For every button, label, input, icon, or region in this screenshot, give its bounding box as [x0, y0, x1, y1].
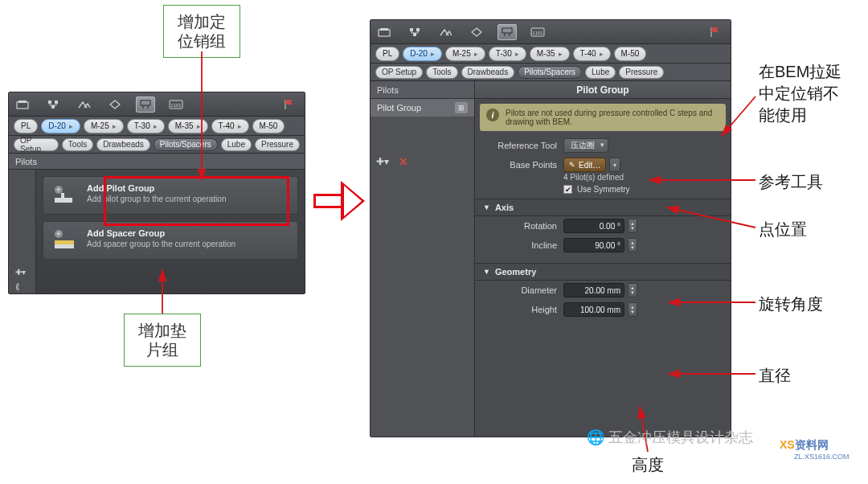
watermark-2: XS资料网: [780, 438, 829, 453]
r-subtab-drawbeads[interactable]: Drawbeads: [461, 66, 515, 79]
pilots-section-header: Pilots: [9, 154, 305, 170]
tab-m25[interactable]: M-25▸: [84, 119, 124, 133]
r-tab-t40[interactable]: T-40▸: [573, 47, 611, 61]
toolbar-icon-1[interactable]: [14, 96, 33, 113]
spacer-group-icon: +: [51, 228, 79, 252]
incline-input[interactable]: 90.00 °: [563, 238, 624, 252]
nav-add-icon[interactable]: ✚▾: [375, 155, 390, 168]
axis-group-header[interactable]: ▼Axis: [475, 199, 731, 216]
use-symmetry-checkbox[interactable]: ✔: [563, 185, 572, 194]
r-toolbar-flag-icon[interactable]: [706, 24, 726, 40]
toolbar-icon-3[interactable]: [75, 96, 94, 113]
r-tab-d20[interactable]: D-20▸: [403, 47, 442, 61]
callout-add-pilot: 增加定 位销组: [163, 5, 240, 58]
add-spacer-title: Add Spacer Group: [87, 228, 235, 238]
mini-add-icon[interactable]: ✚▾: [15, 268, 30, 279]
subtab-pilots[interactable]: Pilots/Spacers: [154, 138, 218, 151]
nav-delete-icon[interactable]: ✕: [396, 155, 411, 168]
toolbar-icon-6[interactable]: 1101: [166, 96, 186, 113]
add-spacer-group-button[interactable]: + Add Spacer Group Add spacer group to t…: [43, 221, 298, 260]
subtab-tools[interactable]: Tools: [62, 138, 93, 151]
label-reftool: 参考工具: [759, 171, 823, 193]
add-pilot-group-button[interactable]: + Add Pilot Group Add pilot group to the…: [43, 176, 298, 215]
diameter-label: Diameter: [483, 285, 557, 295]
r-tab-m50[interactable]: M-50: [614, 47, 647, 61]
pencil-icon: ✎: [569, 161, 575, 169]
r-subtab-pressure[interactable]: Pressure: [619, 66, 664, 79]
svg-rect-17: [55, 244, 74, 248]
watermark-1: 🌐 五金冲压模具设计杂志: [587, 428, 753, 447]
nav-item-toggle[interactable]: ⊞: [455, 102, 468, 113]
toolbar-flag-icon[interactable]: [280, 96, 300, 113]
geometry-group-header[interactable]: ▼Geometry: [475, 263, 731, 281]
rotation-spinner[interactable]: ▲▼: [628, 219, 637, 233]
height-input[interactable]: 100.00 mm: [563, 302, 624, 317]
add-spacer-desc: Add spacer group to the current operatio…: [87, 240, 235, 249]
r-tab-m35[interactable]: M-35▸: [530, 47, 570, 61]
reference-tool-dropdown[interactable]: 压边圈: [563, 138, 608, 153]
svg-rect-22: [413, 33, 416, 36]
toolbar-icon-2[interactable]: [44, 96, 63, 113]
nav-item-pilot-group[interactable]: Pilot Group ⊞: [371, 99, 474, 117]
subtab-drawbeads[interactable]: Drawbeads: [96, 138, 150, 151]
rotation-input[interactable]: 0.00 °: [563, 219, 624, 233]
r-tab-m25[interactable]: M-25▸: [445, 47, 485, 61]
mini-chevron-icon[interactable]: ⟪: [15, 282, 30, 293]
r-tab-t30[interactable]: T-30▸: [489, 47, 526, 61]
subtab-pressure[interactable]: Pressure: [255, 138, 300, 151]
info-text: Pilots are not used during pressure cont…: [506, 109, 719, 126]
subtab-lube[interactable]: Lube: [221, 138, 252, 151]
tab-d20[interactable]: D-20▸: [41, 119, 80, 133]
nav-header: Pilots: [371, 81, 474, 99]
label-diameter: 直径: [759, 365, 791, 387]
right-toolbar: 1101: [371, 20, 731, 44]
tab-pl[interactable]: PL: [14, 119, 38, 133]
toolbar-icon-5[interactable]: [136, 96, 155, 113]
r-toolbar-icon-3[interactable]: [436, 24, 456, 40]
right-panel: 1101 PL D-20▸ M-25▸ T-30▸ M-35▸ T-40▸ M-…: [370, 19, 731, 437]
r-toolbar-icon-6[interactable]: 1101: [528, 24, 547, 40]
svg-text:+: +: [56, 186, 60, 194]
rotation-label: Rotation: [483, 221, 557, 231]
r-toolbar-icon-1[interactable]: [375, 24, 395, 40]
svg-rect-16: [55, 240, 74, 244]
r-toolbar-icon-4[interactable]: [467, 24, 486, 40]
props-title: Pilot Group: [475, 81, 731, 99]
svg-text:1101: 1101: [532, 31, 543, 35]
svg-rect-4: [51, 105, 55, 109]
r-toolbar-icon-5[interactable]: [497, 24, 517, 40]
toolbar-icon-4[interactable]: [105, 96, 125, 113]
tab-m50[interactable]: M-50: [252, 119, 285, 133]
callout-top-text: 增加定 位销组: [178, 13, 226, 50]
subtab-opsetup[interactable]: OP Setup: [14, 138, 59, 151]
reference-tool-label: Reference Tool: [483, 141, 557, 150]
diameter-input[interactable]: 20.00 mm: [563, 283, 624, 297]
r-toolbar-icon-2[interactable]: [406, 24, 425, 40]
height-spinner[interactable]: ▲▼: [628, 302, 637, 317]
label-rotation: 旋转角度: [759, 293, 823, 315]
r-tab-pl[interactable]: PL: [375, 47, 399, 61]
tab-t40[interactable]: T-40▸: [211, 119, 249, 133]
defined-note: 4 Pilot(s) defined: [475, 173, 731, 182]
r-subtab-tools[interactable]: Tools: [426, 66, 457, 79]
right-nav: Pilots Pilot Group ⊞ ✚▾ ✕: [371, 81, 475, 437]
edit-dropdown-icon[interactable]: ▾: [609, 158, 620, 172]
r-subtab-pilots[interactable]: Pilots/Spacers: [518, 66, 582, 79]
svg-rect-21: [416, 28, 420, 31]
tab-t30[interactable]: T-30▸: [127, 119, 165, 133]
label-bem: 在BEM拉延 中定位销不 能使用: [759, 61, 841, 126]
r-subtab-lube[interactable]: Lube: [585, 66, 616, 79]
pilot-group-icon: +: [51, 183, 79, 207]
label-points: 点位置: [759, 219, 807, 240]
r-subtab-opsetup[interactable]: OP Setup: [375, 66, 423, 79]
disclosure-triangle-icon: ▼: [483, 203, 490, 211]
info-icon: i: [486, 109, 499, 121]
diameter-spinner[interactable]: ▲▼: [628, 283, 637, 297]
right-tabs: PL D-20▸ M-25▸ T-30▸ M-35▸ T-40▸ M-50: [371, 44, 731, 64]
edit-points-button[interactable]: ✎Edit…: [563, 158, 606, 172]
svg-rect-13: [61, 193, 64, 198]
properties-panel: Pilot Group i Pilots are not used during…: [475, 81, 731, 437]
incline-spinner[interactable]: ▲▼: [628, 238, 637, 252]
chevron-right-icon: ▸: [69, 122, 73, 130]
tab-m35[interactable]: M-35▸: [168, 119, 208, 133]
